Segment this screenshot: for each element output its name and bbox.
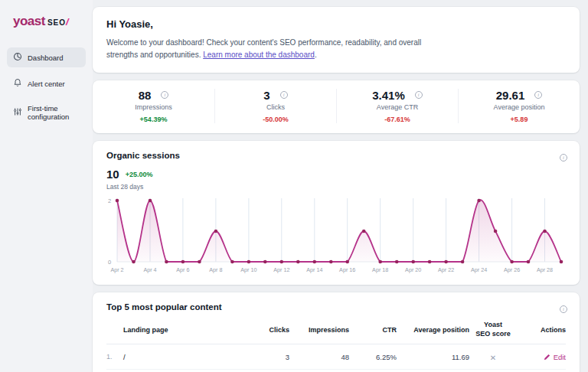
sidebar-item-label: Alert center xyxy=(28,80,65,88)
welcome-card: Hi Yoasie, Welcome to your dashboard! Ch… xyxy=(93,7,580,73)
stat-delta: +5.89 xyxy=(459,116,580,123)
position-value: 11.69 xyxy=(397,353,469,361)
info-icon[interactable] xyxy=(560,154,567,162)
svg-text:Apr 28: Apr 28 xyxy=(537,266,553,273)
sliders-icon xyxy=(13,107,22,118)
svg-text:Apr 14: Apr 14 xyxy=(306,266,322,273)
ctr-value: 6.25% xyxy=(349,353,397,361)
svg-text:Apr 16: Apr 16 xyxy=(339,266,355,273)
stat-value: 3 xyxy=(263,89,270,102)
svg-text:Apr 24: Apr 24 xyxy=(471,266,487,273)
header-actions: Actions xyxy=(517,326,566,334)
stat-delta: -67.61% xyxy=(337,116,458,123)
table-header-row: Landing page Clicks Impressions CTR Aver… xyxy=(106,318,566,344)
header-yoast-seo-score: Yoast SEO score xyxy=(469,321,517,338)
svg-text:Apr 10: Apr 10 xyxy=(240,266,256,273)
sidebar: yoastSEO/ Dashboard Alert center xyxy=(0,0,93,372)
header-ctr: CTR xyxy=(349,326,397,334)
svg-text:Apr 18: Apr 18 xyxy=(372,266,388,273)
sessions-delta: +25.00% xyxy=(126,171,153,178)
chart-title: Organic sessions xyxy=(106,151,566,160)
stat-value: 29.61 xyxy=(496,89,525,102)
header-impressions: Impressions xyxy=(289,326,349,334)
row-index: 1. xyxy=(106,353,123,361)
sidebar-item-label: Dashboard xyxy=(28,54,63,62)
info-icon[interactable] xyxy=(534,91,542,99)
header-clicks: Clicks xyxy=(251,326,289,334)
stat-average-ctr: 3.41% Average CTR -67.61% xyxy=(336,89,458,123)
pencil-icon xyxy=(544,354,550,361)
stat-label: Impressions xyxy=(93,103,214,111)
yoast-seo-logo: yoastSEO/ xyxy=(13,14,86,29)
table-title: Top 5 most popular content xyxy=(106,302,566,312)
header-landing-page: Landing page xyxy=(123,326,251,334)
learn-more-link[interactable]: Learn more about the dashboard xyxy=(203,51,315,59)
svg-text:Apr 4: Apr 4 xyxy=(143,266,156,273)
header-average-position: Average position xyxy=(397,326,469,334)
landing-page: / xyxy=(123,353,251,361)
svg-text:Apr 12: Apr 12 xyxy=(273,266,289,273)
table-row: 1. / 3 48 6.25% 11.69 ✕ Edit xyxy=(106,344,566,370)
svg-text:Apr 8: Apr 8 xyxy=(209,266,222,273)
sessions-period: Last 28 days xyxy=(106,183,566,191)
sidebar-item-label: First-time configuration xyxy=(28,104,80,121)
seo-score-cell: ✕ xyxy=(469,350,517,364)
stat-clicks: 3 Clicks -50.00% xyxy=(214,89,336,123)
info-icon[interactable] xyxy=(161,91,168,99)
stat-value: 88 xyxy=(139,89,152,102)
welcome-period: . xyxy=(315,51,317,59)
logo-slash: / xyxy=(66,16,69,28)
svg-text:Apr 6: Apr 6 xyxy=(176,266,189,273)
top-content-card: Top 5 most popular content Landing page … xyxy=(93,292,580,372)
info-icon[interactable] xyxy=(280,91,288,99)
stat-delta: -50.00% xyxy=(215,116,336,123)
stat-label: Clicks xyxy=(215,103,336,111)
info-icon[interactable] xyxy=(415,91,423,99)
impressions-value: 48 xyxy=(289,353,349,361)
stat-label: Average CTR xyxy=(337,103,458,111)
edit-button[interactable]: Edit xyxy=(544,353,566,361)
svg-text:Apr 2: Apr 2 xyxy=(110,266,123,273)
clicks-value: 3 xyxy=(251,353,289,361)
svg-text:Apr 22: Apr 22 xyxy=(438,266,454,273)
sessions-total: 10 xyxy=(106,168,119,181)
sidebar-item-dashboard[interactable]: Dashboard xyxy=(7,47,86,67)
svg-text:Apr 20: Apr 20 xyxy=(405,266,421,273)
seo-score-none-icon: ✕ xyxy=(490,354,496,362)
stats-card: 88 Impressions +54.39% 3 Clicks -50.00% … xyxy=(93,80,580,133)
stat-average-position: 29.61 Average position +5.89 xyxy=(458,89,580,123)
svg-text:Apr 26: Apr 26 xyxy=(504,266,520,273)
welcome-text: Welcome to your dashboard! Check your co… xyxy=(106,37,436,60)
sidebar-item-first-time-configuration[interactable]: First-time configuration xyxy=(7,100,86,126)
main-content: Hi Yoasie, Welcome to your dashboard! Ch… xyxy=(93,0,580,372)
organic-sessions-card: Organic sessions 10 +25.00% Last 28 days… xyxy=(93,141,580,285)
welcome-title: Hi Yoasie, xyxy=(106,18,566,30)
bell-icon xyxy=(13,78,22,89)
stat-delta: +54.39% xyxy=(93,116,214,123)
logo-yoast-text: yoast xyxy=(13,14,45,28)
edit-label: Edit xyxy=(554,353,566,361)
gauge-icon xyxy=(13,52,22,63)
logo-seo-text: SEO xyxy=(47,18,66,27)
svg-text:2: 2 xyxy=(108,197,111,204)
info-icon[interactable] xyxy=(560,305,567,313)
stat-label: Average position xyxy=(459,103,580,111)
stat-value: 3.41% xyxy=(372,89,405,102)
stat-impressions: 88 Impressions +54.39% xyxy=(93,89,214,123)
svg-text:0: 0 xyxy=(108,259,111,266)
sidebar-item-alert-center[interactable]: Alert center xyxy=(7,73,86,93)
organic-sessions-chart: 02Apr 2Apr 4Apr 6Apr 8Apr 10Apr 12Apr 14… xyxy=(106,194,566,276)
